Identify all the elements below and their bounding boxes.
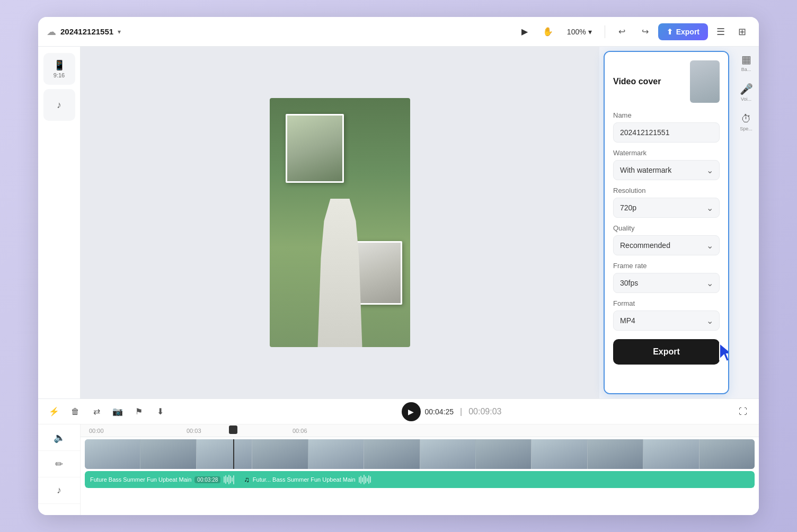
background-icon: ▦ (741, 53, 751, 66)
project-name: 202412121551 (60, 27, 113, 36)
export-action-button[interactable]: Export (613, 339, 720, 365)
voice-icon: 🎤 (740, 83, 753, 95)
panel-header: Video cover (613, 60, 720, 103)
watermark-select[interactable]: With watermark Without watermark (613, 160, 720, 180)
fullscreen-button[interactable]: ⛶ (736, 404, 750, 419)
download-tool-button[interactable]: ⬇ (153, 404, 167, 419)
split-tool-button[interactable]: ⚡ (47, 404, 61, 419)
left-sidebar: 📱 9:16 ♪ (38, 47, 81, 398)
audio-segment-1[interactable]: Future Bass Summer Fun Upbeat Main 00:03… (85, 471, 240, 488)
waveform-bars (224, 474, 234, 485)
flag-tool-button[interactable]: ⚑ (131, 404, 146, 419)
export-panel: Video cover Name Watermark With watermar… (604, 51, 729, 394)
audio-track-1: Future Bass Summer Fun Upbeat Main 00:03… (85, 471, 755, 488)
film-frame (588, 439, 643, 469)
sidebar-item-background[interactable]: ▦ Ba... (737, 53, 756, 72)
video-track[interactable] (85, 439, 755, 469)
timeline-content: 00:00 00:03 00:06 (81, 424, 759, 515)
film-frame (85, 439, 140, 469)
transition-tool-button[interactable]: ⇄ (89, 404, 104, 419)
export-button[interactable]: ⬆ Export (658, 23, 708, 40)
project-dropdown-icon[interactable]: ▾ (118, 28, 121, 36)
export-button-label: Export (676, 28, 699, 36)
timeline-left-controls: 🔈 ✏ ♪ (38, 424, 81, 515)
export-icon: ⬆ (667, 28, 673, 36)
right-icons-panel: ▦ Ba... 🎤 Voi... ⏱ Spe... (733, 47, 759, 398)
waveform-bar (362, 477, 363, 482)
film-frame (197, 439, 252, 469)
quality-label: Quality (613, 224, 720, 232)
waveform-bar (233, 475, 234, 484)
sidebar-item-voice[interactable]: 🎤 Voi... (737, 83, 756, 102)
audio-duration-badge: 00:03:28 (194, 476, 220, 483)
resolution-label: Resolution (613, 187, 720, 194)
video-track-control[interactable]: 🔈 (38, 424, 80, 451)
snapshot-tool-button[interactable]: 📷 (110, 404, 125, 419)
split-view-button[interactable]: ⊞ (733, 23, 750, 40)
toolbar: ☁ 202412121551 ▾ ▶ ✋ 100% ▾ ↩ ↪ ⬆ Export… (38, 17, 759, 47)
video-thumbnail (690, 60, 720, 103)
redo-button[interactable]: ↪ (637, 23, 654, 40)
main-content: 📱 9:16 ♪ (38, 47, 759, 398)
quality-select[interactable]: Low Medium Recommended High (613, 235, 720, 255)
zoom-dropdown-icon: ▾ (588, 28, 592, 36)
ruler-mark-3: 00:03 (187, 428, 201, 434)
volume-icon: 🔈 (54, 432, 65, 444)
waveform-bar (359, 477, 360, 483)
panel-title: Video cover (613, 77, 661, 86)
play-pause-button[interactable]: ▶ (402, 402, 421, 421)
format-select[interactable]: MP4 MOV AVI GIF (613, 311, 720, 331)
waveform-bar (368, 475, 369, 484)
playhead-handle[interactable] (229, 425, 237, 434)
quality-select-wrapper: Low Medium Recommended High (613, 235, 720, 255)
format-label: Format (613, 299, 720, 307)
current-time: 00:04:25 (425, 407, 454, 416)
video-canvas (270, 98, 410, 347)
film-frame (252, 439, 307, 469)
audio-track-control[interactable]: ✏ (38, 451, 80, 477)
audio-label-2: Futur... Bass Summer Fun Upbeat Main (253, 476, 356, 483)
film-frame (476, 439, 531, 469)
total-time: 00:09:03 (468, 407, 501, 416)
photo-overlay-top[interactable] (286, 114, 344, 183)
name-label: Name (613, 111, 720, 119)
filmstrip (85, 439, 755, 469)
resolution-select[interactable]: 480p 720p 1080p 2K 4K (613, 198, 720, 218)
canvas-area (81, 47, 599, 398)
waveform-bar (230, 476, 231, 483)
waveform-bar (364, 475, 365, 484)
audio-segment-2-icon: ♫ (244, 475, 250, 484)
toolbar-left: ☁ 202412121551 ▾ (47, 26, 512, 38)
framerate-select[interactable]: 24fps 25fps 30fps 60fps (613, 273, 720, 293)
sidebar-item-tiktok[interactable]: ♪ (43, 89, 75, 121)
film-frame (699, 439, 755, 469)
speed-label: Spe... (740, 126, 752, 131)
delete-tool-button[interactable]: 🗑 (68, 404, 83, 419)
sidebar-item-ratio[interactable]: 📱 9:16 (43, 53, 75, 85)
layout-button[interactable]: ☰ (712, 23, 729, 40)
sidebar-item-speed[interactable]: ⏱ Spe... (737, 112, 756, 131)
ratio-label: 9:16 (54, 72, 65, 78)
audio-waveform-2 (359, 474, 750, 485)
waveform-bar (365, 476, 366, 483)
undo-button[interactable]: ↩ (614, 23, 631, 40)
background-label: Ba... (741, 67, 751, 72)
audio-track-2-control[interactable]: ♪ (38, 477, 80, 504)
toolbar-center: ▶ ✋ 100% ▾ ↩ ↪ (516, 23, 654, 40)
play-tool-button[interactable]: ▶ (516, 23, 533, 40)
audio-segment-2[interactable]: ♫ Futur... Bass Summer Fun Upbeat Main (240, 471, 755, 488)
playhead-line (233, 439, 234, 469)
format-select-wrapper: MP4 MOV AVI GIF (613, 311, 720, 331)
hand-tool-button[interactable]: ✋ (539, 23, 556, 40)
waveform-bar (367, 478, 368, 482)
bottom-area: ⚡ 🗑 ⇄ 📷 ⚑ ⬇ ▶ 00:04:25 | 00:09:03 ⛶ 🔈 (38, 398, 759, 515)
timeline-toolbar: ⚡ 🗑 ⇄ 📷 ⚑ ⬇ ▶ 00:04:25 | 00:09:03 ⛶ (38, 399, 759, 424)
pencil-icon: ✏ (55, 458, 63, 470)
film-frame (643, 439, 698, 469)
film-frame (308, 439, 364, 469)
photo-overlay-top-image (287, 116, 342, 181)
zoom-control[interactable]: 100% ▾ (563, 25, 596, 38)
film-frame (364, 439, 419, 469)
waveform-bar (360, 476, 361, 484)
name-input[interactable] (613, 122, 720, 143)
